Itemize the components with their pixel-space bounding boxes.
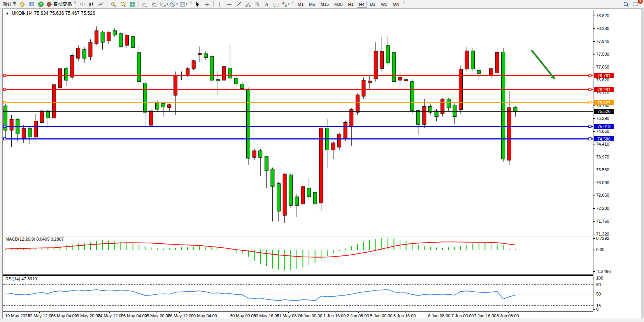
auto-trading-button[interactable]: 自动交易 xyxy=(46,0,73,8)
price-tick-label: 71.760 xyxy=(596,219,609,223)
axis-tick-mark xyxy=(593,93,595,93)
toolbar-grip[interactable] xyxy=(190,1,191,7)
date-tick-label: 2 Jun 08:00 xyxy=(347,313,369,318)
axis-tick-mark xyxy=(593,309,595,310)
svg-text:T: T xyxy=(275,2,277,7)
toolbar-separator xyxy=(213,1,214,7)
panel-splitter[interactable] xyxy=(3,274,593,274)
date-tick-mark xyxy=(17,312,17,313)
zoom-in-button[interactable] xyxy=(109,0,118,8)
price-tick-label: 73.530 xyxy=(596,167,609,172)
cursor-icon xyxy=(195,1,201,7)
axis-tick-mark xyxy=(593,144,595,144)
channel-icon: E xyxy=(245,1,251,7)
bars-chart-icon xyxy=(79,1,85,7)
text-label-button[interactable]: T xyxy=(271,0,281,8)
axis-tick-mark xyxy=(593,106,595,106)
price-level-badge: 74.586 xyxy=(594,136,614,141)
fibonacci-button[interactable]: F xyxy=(253,0,262,8)
axis-tick-mark xyxy=(593,238,595,239)
axis-tick-mark xyxy=(593,54,595,55)
main-price-chart[interactable] xyxy=(3,10,593,235)
date-tick-label: 6 Jun 08:00 xyxy=(428,313,451,318)
periods-button[interactable]: ▾ xyxy=(169,0,179,8)
price-level-badge: 75.013 xyxy=(594,124,614,129)
arrows-button[interactable]: ▾ xyxy=(281,0,290,8)
toolbar-grip[interactable] xyxy=(74,1,76,7)
zoom-out-button[interactable] xyxy=(118,0,128,8)
text-button[interactable]: A xyxy=(262,0,271,8)
date-tick-label: 31 May 08:00 xyxy=(277,313,303,318)
chart-ohlc-values: 75.634 75.636 75.467 75.526 xyxy=(34,11,95,16)
crosshair-button[interactable] xyxy=(202,0,212,8)
date-tick-label: 25 May 20:00 xyxy=(144,313,170,318)
date-tick-mark xyxy=(265,312,265,313)
price-level-badge: 75.827 xyxy=(594,100,614,105)
indicators-button[interactable]: ▾ xyxy=(159,0,169,8)
date-tick-mark xyxy=(358,312,359,313)
dropdown-arrow-icon[interactable]: ▾ xyxy=(186,2,188,6)
auto-scroll-button[interactable] xyxy=(140,0,150,8)
new-order-button-label: 新订单 xyxy=(3,1,17,7)
timeframe-h1-button[interactable]: H1 xyxy=(346,1,356,8)
timeframe-m1-button[interactable]: M1 xyxy=(295,1,306,8)
axis-tick-mark xyxy=(593,271,595,272)
signals-button[interactable] xyxy=(36,0,46,8)
horizontal-line-button[interactable] xyxy=(225,0,234,8)
new-order-button[interactable]: 新订单 xyxy=(1,0,18,8)
trendline-button[interactable] xyxy=(234,0,243,8)
price-tick-label: 74.850 xyxy=(596,129,609,134)
toolbar-separator xyxy=(107,1,107,7)
date-tick-mark xyxy=(63,312,63,313)
axis-tick-mark xyxy=(593,285,595,285)
toolbar-grip[interactable] xyxy=(292,1,293,7)
price-tick-label: 78.820 xyxy=(596,13,609,18)
axis-tick-mark xyxy=(593,195,595,195)
timeframe-m15-button[interactable]: M15 xyxy=(318,1,331,8)
templates-button[interactable]: ▾ xyxy=(179,0,188,8)
date-tick-mark xyxy=(508,312,509,313)
chart-shift-icon xyxy=(151,1,158,7)
window-right-edge xyxy=(641,9,644,322)
rsi-panel[interactable] xyxy=(3,276,593,311)
candlestick-chart-button[interactable] xyxy=(87,0,96,8)
tile-windows-button[interactable] xyxy=(128,0,137,8)
dropdown-arrow-icon[interactable]: ▾ xyxy=(176,2,178,6)
gold-tag-icon xyxy=(19,1,25,7)
macd-panel[interactable] xyxy=(3,236,593,274)
timeframe-w1-button[interactable]: W1 xyxy=(379,1,390,8)
timeframe-m5-button[interactable]: M5 xyxy=(307,1,317,8)
date-tick-label: 23 May 04:00 xyxy=(51,313,77,318)
date-tick-label: 26 May 12:00 xyxy=(168,313,194,318)
date-tick-label: 7 Jun 16:00 xyxy=(474,313,497,318)
zoom-out-icon xyxy=(120,1,126,7)
chart-symbol: UKOil-,H4 xyxy=(12,11,33,16)
dropdown-arrow-icon[interactable]: ▾ xyxy=(288,2,290,6)
autotrade-icon xyxy=(46,1,53,7)
chart-shift-button[interactable] xyxy=(150,0,159,8)
navigator-button[interactable] xyxy=(27,0,36,8)
timeframe-m30-button[interactable]: M30 xyxy=(332,1,345,8)
line-chart-button[interactable] xyxy=(96,0,105,8)
equidistant-channel-button[interactable]: E xyxy=(243,0,253,8)
svg-text:E: E xyxy=(249,5,251,7)
axis-tick-mark xyxy=(593,294,595,294)
vertical-line-button[interactable] xyxy=(215,0,225,8)
indicator-tick-label: 0.7292 xyxy=(596,236,609,241)
timeframe-h4-button[interactable]: H4 xyxy=(357,1,367,8)
panel-splitter[interactable] xyxy=(3,235,593,235)
date-axis[interactable]: 19 May 202322 May 12:0023 May 04:0023 Ma… xyxy=(3,311,593,319)
chevron-down-icon[interactable]: ▼ xyxy=(5,12,9,16)
timeframe-mn-button[interactable]: MN xyxy=(390,1,402,8)
bar-chart-button[interactable] xyxy=(77,0,87,8)
timeframe-d1-button[interactable]: D1 xyxy=(368,1,378,8)
indicator-tick-label: 100 xyxy=(596,276,603,280)
toolbar-grip[interactable] xyxy=(404,1,405,7)
zoom-in-icon xyxy=(111,1,117,7)
price-axis[interactable]: 78.82078.38077.94077.50077.06076.62076.1… xyxy=(593,0,640,322)
date-tick-mark xyxy=(405,312,405,313)
date-tick-label: 30 May 00:00 xyxy=(230,313,256,318)
market-watch-button[interactable] xyxy=(18,0,27,8)
dropdown-arrow-icon[interactable]: ▾ xyxy=(167,2,168,6)
cursor-button[interactable] xyxy=(193,0,202,8)
